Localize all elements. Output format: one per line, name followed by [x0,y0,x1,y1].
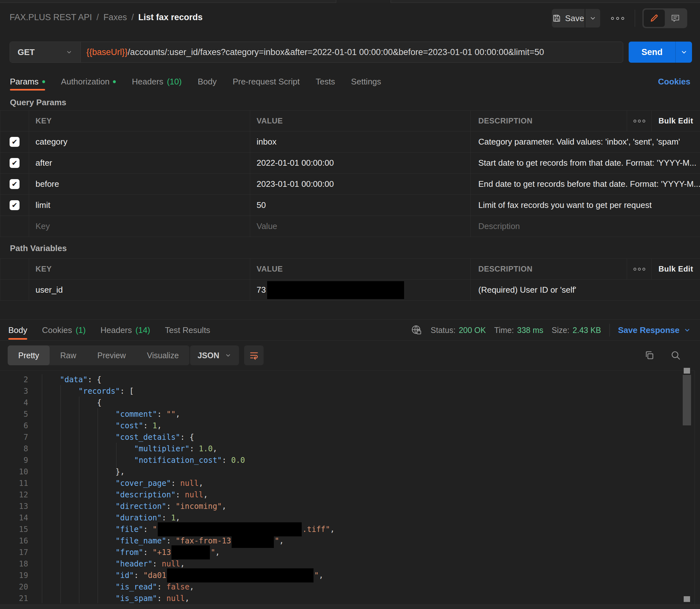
request-url-bar: GET {{baseUrl}}/accounts/:user_id/faxes?… [10,41,623,63]
active-request-tab-edge [336,0,391,3]
response-tab-test-results[interactable]: Test Results [165,319,210,341]
param-key-cell[interactable]: Key [29,216,250,237]
tab-params[interactable]: Params [10,72,45,91]
param-value-cell[interactable]: inbox [250,132,471,152]
more-actions-button[interactable] [607,13,628,24]
json-punctuation: : [ [120,387,134,396]
line-number: 8 [0,444,28,453]
param-key-cell[interactable]: category [29,132,250,152]
response-tab-cookies[interactable]: Cookies(1) [42,319,86,341]
json-key: "from" [116,548,143,557]
path-vars-more-options-button[interactable] [627,259,652,279]
json-punctuation: : { [88,375,101,384]
send-button[interactable]: Send [629,41,676,63]
json-key: "cost" [116,421,143,430]
horizontal-scrollbar-track[interactable] [0,605,700,609]
tab-settings[interactable]: Settings [351,72,381,91]
tab-pre-request-script[interactable]: Pre-request Script [233,72,300,91]
param-key-cell[interactable]: after [29,153,250,173]
param-value-cell[interactable]: 50 [250,195,471,215]
json-key: "data" [60,375,88,384]
line-number: 17 [0,548,28,557]
json-punctuation: , [176,410,180,419]
param-description-cell[interactable]: End date to get records before that date… [471,174,700,194]
tab-authorization[interactable]: Authorization [61,72,116,91]
line-content: "cost": 1, [41,421,162,430]
tab-label: Params [10,77,39,87]
param-description-cell[interactable]: Description [471,216,700,237]
pathvar-value-cell[interactable]: 73 [250,280,471,300]
param-checkbox[interactable]: ✔ [10,137,19,147]
pathvar-key-cell[interactable]: user_id [29,280,250,300]
json-punctuation: : [222,456,231,465]
param-description-cell[interactable]: Category parameter. Valid values: 'inbox… [471,132,700,152]
param-key-cell[interactable]: before [29,174,250,194]
scroll-marker-bottom[interactable] [684,596,690,602]
breadcrumb: FAX.PLUS REST API / Faxes / List fax rec… [10,7,203,28]
response-format-select[interactable]: JSON [190,345,239,365]
param-checkbox[interactable]: ✔ [10,200,19,210]
comments-button[interactable] [665,10,686,27]
param-value-cell[interactable]: Value [250,216,471,237]
send-options-button[interactable] [676,41,692,63]
save-options-button[interactable] [585,9,600,28]
json-string: "incoming" [176,502,222,511]
vertical-scrollbar-thumb[interactable] [683,375,691,425]
view-tab-visualize[interactable]: Visualize [136,345,189,365]
url-input[interactable]: {{baseUrl}}/accounts/:user_id/faxes?cate… [81,42,623,63]
save-response-button[interactable]: Save Response [618,325,691,335]
save-response-label: Save Response [618,325,680,335]
method-select[interactable]: GET [10,42,81,63]
wrap-text-button[interactable] [244,345,263,365]
line-content: "id": "da01", [41,568,323,582]
tab-tests[interactable]: Tests [316,72,335,91]
response-tab-body[interactable]: Body [8,319,27,341]
pathvar-description-cell[interactable]: (Required) User ID or 'self' [471,280,700,300]
globe-lock-icon[interactable] [411,324,422,336]
code-line: 7"cost_details": { [0,432,694,443]
more-dot [616,17,619,20]
bulk-edit-button[interactable]: Bulk Edit [652,259,700,279]
save-button[interactable]: Save [552,9,584,28]
tab-label: Settings [351,77,381,87]
line-content: "is_spam": null, [41,594,189,603]
line-number: 18 [0,559,28,568]
code-line: 19"id": "da01", [0,570,694,581]
json-number: 1 [153,421,157,430]
bulk-edit-button[interactable]: Bulk Edit [652,111,700,131]
param-description-cell[interactable]: Limit of fax records you want to get per… [471,195,700,215]
tab-count: (10) [167,77,182,87]
tab-headers[interactable]: Headers(10) [132,72,182,91]
json-keyword: null [166,594,185,603]
edit-mode-button[interactable] [644,10,665,27]
param-checkbox[interactable]: ✔ [10,179,19,189]
param-key-cell[interactable]: limit [29,195,250,215]
params-more-options-button[interactable] [627,111,652,131]
breadcrumb-folder[interactable]: Faxes [103,13,127,22]
tab-body[interactable]: Body [198,72,217,91]
copy-response-button[interactable] [643,348,656,362]
json-punctuation: , [157,421,161,430]
view-tab-pretty[interactable]: Pretty [8,345,50,365]
breadcrumb-collection[interactable]: FAX.PLUS REST API [10,13,92,22]
json-punctuation: : [143,525,153,534]
time-value[interactable]: 338 ms [517,326,543,335]
copy-icon [644,350,655,361]
cookies-link[interactable]: Cookies [658,72,690,91]
param-description-cell[interactable]: Start date to get records from that date… [471,153,700,173]
size-value[interactable]: 2.43 KB [573,326,601,335]
view-tab-raw[interactable]: Raw [50,345,87,365]
search-response-button[interactable] [669,348,683,362]
scroll-marker-top[interactable] [684,368,690,373]
indent-guide [42,374,42,603]
param-value-cell[interactable]: 2023-01-01 00:00:00 [250,174,471,194]
code-line: 16"file_name": "fax-from-13", [0,535,694,546]
response-tab-headers[interactable]: Headers(14) [100,319,150,341]
param-checkbox[interactable]: ✔ [10,158,19,168]
status-value[interactable]: 200 OK [459,326,486,335]
line-number: 2 [0,375,28,384]
param-value-cell[interactable]: 2022-01-01 00:00:00 [250,153,471,173]
tab-label: Headers [100,325,132,335]
view-tab-preview[interactable]: Preview [87,345,136,365]
json-punctuation: , [279,536,284,545]
